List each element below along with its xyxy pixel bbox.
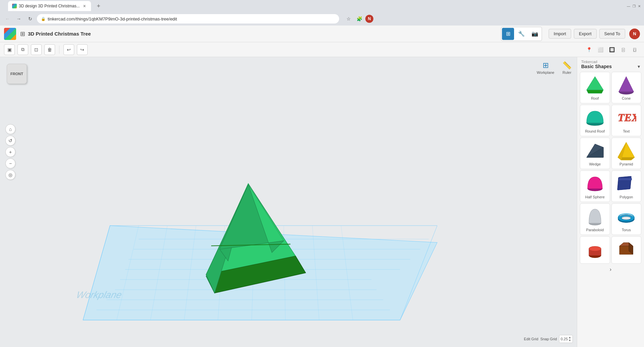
panel-dropdown-button[interactable]: ▾ <box>638 64 640 69</box>
shape-label-torus: Torus <box>622 228 631 232</box>
cone-shape-icon <box>616 75 636 95</box>
shape-item-wedge[interactable]: Wedge <box>580 138 610 169</box>
ruler-button[interactable]: 📏 Ruler <box>560 60 574 76</box>
tab-title: 3D design 3D Printed Christmas... <box>19 4 80 8</box>
maximize-button[interactable]: ❐ <box>632 4 636 8</box>
shape12-icon <box>616 239 636 259</box>
panel-header: Tinkercad Basic Shapes ▾ <box>577 57 644 70</box>
user-avatar[interactable]: N <box>629 29 640 39</box>
profile-avatar[interactable]: N <box>365 15 373 23</box>
group-button[interactable]: ⌻ <box>618 44 629 55</box>
shape-item-pyramid[interactable]: Pyramid <box>611 138 642 169</box>
svg-text:TEXT: TEXT <box>618 111 636 123</box>
snap-grid-section: Edit Grid Snap Grid 0.25 ▲ ▼ <box>524 335 573 343</box>
ruler-icon: 📏 <box>562 61 571 70</box>
svg-marker-35 <box>220 185 284 253</box>
shape-item-paraboloid[interactable]: Paraboloid <box>580 203 610 235</box>
svg-rect-51 <box>619 178 632 180</box>
main-area: FRONT ⌂ ↺ + − ◎ <box>0 57 644 347</box>
view-controls: 📍 ⬜ 🔲 ⌻ ⌼ <box>584 44 640 55</box>
shape-item-half-sphere[interactable]: Half Sphere <box>580 170 610 202</box>
polygon-shape-icon <box>616 174 636 194</box>
shape-item-text[interactable]: TEXT Text <box>611 105 642 136</box>
workplane-button[interactable]: ⊞ Workplane <box>534 60 557 76</box>
lock-icon: 🔒 <box>41 17 46 21</box>
panel-category: Tinkercad <box>581 60 640 64</box>
shape-item-roof[interactable]: Roof <box>580 72 610 103</box>
undo-button[interactable]: ↩ <box>63 44 74 55</box>
scroll-more-arrow[interactable]: › <box>610 266 611 272</box>
viewport-tools: ⊞ Workplane 📏 Ruler <box>534 60 574 76</box>
place-helper-button[interactable]: 📍 <box>584 44 594 55</box>
viewport[interactable]: FRONT ⌂ ↺ + − ◎ <box>0 57 577 347</box>
shape-label-polygon: Polygon <box>619 195 633 199</box>
shape-item-polygon[interactable]: Polygon <box>611 170 642 202</box>
shape11-icon <box>585 239 605 259</box>
refresh-button[interactable]: ↻ <box>26 14 35 23</box>
browser-tab-bar: 3D design 3D Printed Christmas... ✕ + — … <box>0 0 644 12</box>
copy-button[interactable]: ⧉ <box>17 44 28 55</box>
tools-button[interactable]: 🔧 <box>515 28 527 40</box>
design-icon: ⊞ <box>20 30 25 38</box>
extensions-button[interactable]: 🧩 <box>355 14 364 23</box>
forward-button[interactable]: → <box>14 14 24 23</box>
ruler-label: Ruler <box>562 70 571 75</box>
address-bar-row: ← → ↻ 🔒 tinkercad.com/things/1qbKM7P9imO… <box>0 12 644 26</box>
wedge-shape-icon <box>585 141 605 161</box>
select-tool-button[interactable]: ▣ <box>4 44 15 55</box>
bookmark-button[interactable]: ☆ <box>344 14 353 23</box>
svg-text:Workplane: Workplane <box>75 290 123 300</box>
text-shape-icon: TEXT <box>616 108 636 128</box>
align-button[interactable]: ⬜ <box>595 44 606 55</box>
ungroup-button[interactable]: ⌼ <box>629 44 640 55</box>
shape-label-paraboloid: Paraboloid <box>586 228 604 232</box>
shape-label-round-roof: Round Roof <box>585 129 605 133</box>
app-header: ⊞ 3D Printed Christmas Tree ⊞ 🔧 📷 Import… <box>0 26 644 42</box>
svg-marker-37 <box>587 77 603 90</box>
export-button[interactable]: Export <box>574 29 597 39</box>
scroll-arrow-container: › <box>577 265 644 274</box>
shape-label-half-sphere: Half Sphere <box>585 195 605 199</box>
shape-item-cone[interactable]: Cone <box>611 72 642 103</box>
snap-grid-label: Snap Grid <box>540 337 557 341</box>
pyramid-shape-icon <box>616 141 636 161</box>
address-bar[interactable]: 🔒 tinkercad.com/things/1qbKM7P9imO-3d-pr… <box>37 14 339 23</box>
send-to-button[interactable]: Send To <box>599 29 625 39</box>
browser-actions: ☆ 🧩 N <box>344 14 373 23</box>
import-button[interactable]: Import <box>549 29 571 39</box>
workplane-icon: ⊞ <box>543 61 549 70</box>
tab-close-button[interactable]: ✕ <box>82 3 87 9</box>
svg-point-58 <box>622 216 631 220</box>
torus-shape-icon <box>616 206 636 227</box>
back-button[interactable]: ← <box>3 14 12 23</box>
shape-label-wedge: Wedge <box>589 162 601 166</box>
camera-button[interactable]: 📷 <box>529 28 541 40</box>
import-export-section: Import Export Send To <box>549 29 625 39</box>
mirror-button[interactable]: 🔲 <box>606 44 617 55</box>
shape-item-round-roof[interactable]: Round Roof <box>580 105 610 136</box>
main-toolbar: ▣ ⧉ ⊡ 🗑 ↩ ↪ 📍 ⬜ 🔲 ⌻ ⌼ <box>0 42 644 57</box>
redo-button[interactable]: ↪ <box>77 44 88 55</box>
new-tab-button[interactable]: + <box>94 1 103 11</box>
snap-grid-control[interactable]: 0.25 ▲ ▼ <box>559 335 573 343</box>
snap-grid-arrows[interactable]: ▲ ▼ <box>568 336 571 342</box>
roof-shape-icon <box>585 75 605 95</box>
svg-point-61 <box>589 246 601 251</box>
snap-grid-value: 0.25 <box>561 337 568 341</box>
shape-item-12[interactable] <box>611 236 642 264</box>
minimize-button[interactable]: — <box>627 4 631 8</box>
shape-item-torus[interactable]: Torus <box>611 203 642 235</box>
edit-grid-label: Edit Grid <box>524 337 538 341</box>
right-panel: Tinkercad Basic Shapes ▾ Roof <box>577 57 644 347</box>
duplicate-button[interactable]: ⊡ <box>31 44 42 55</box>
close-button[interactable]: ✕ <box>637 4 641 8</box>
toolbar-separator <box>59 46 59 54</box>
shape-label-cone: Cone <box>622 96 631 100</box>
3d-scene: Workplane <box>0 57 577 347</box>
panel-title-row: Basic Shapes ▾ <box>581 64 640 69</box>
shape-item-11[interactable] <box>580 236 610 264</box>
delete-button[interactable]: 🗑 <box>44 44 55 55</box>
3d-view-button[interactable]: ⊞ <box>502 28 514 40</box>
active-browser-tab[interactable]: 3D design 3D Printed Christmas... ✕ <box>8 1 91 11</box>
tinkercad-logo <box>4 28 16 40</box>
